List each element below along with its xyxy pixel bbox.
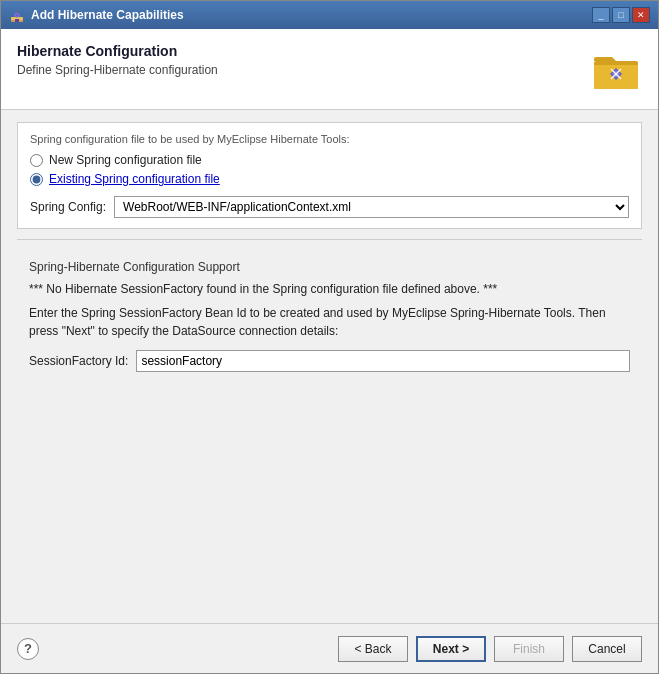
page-subtitle: Define Spring-Hibernate configuration <box>17 63 580 77</box>
support-title: Spring-Hibernate Configuration Support <box>29 260 630 274</box>
section-divider <box>17 239 642 240</box>
back-button[interactable]: < Back <box>338 636 408 662</box>
next-button[interactable]: Next > <box>416 636 486 662</box>
maximize-button[interactable]: □ <box>612 7 630 23</box>
radio-existing-spring[interactable]: Existing Spring configuration file <box>30 172 629 186</box>
header-section: Hibernate Configuration Define Spring-Hi… <box>1 29 658 110</box>
sf-label: SessionFactory Id: <box>29 354 128 368</box>
help-button[interactable]: ? <box>17 638 39 660</box>
title-bar-buttons: _ □ ✕ <box>592 7 650 23</box>
svg-rect-3 <box>15 19 19 22</box>
header-text: Hibernate Configuration Define Spring-Hi… <box>17 43 580 77</box>
config-row: Spring Config: WebRoot/WEB-INF/applicati… <box>30 196 629 218</box>
radio-new-spring[interactable]: New Spring configuration file <box>30 153 629 167</box>
finish-button[interactable]: Finish <box>494 636 564 662</box>
spacer <box>17 392 642 611</box>
support-section: Spring-Hibernate Configuration Support *… <box>17 250 642 382</box>
spring-config-select[interactable]: WebRoot/WEB-INF/applicationContext.xml <box>114 196 629 218</box>
radio-new-spring-input[interactable] <box>30 154 43 167</box>
sf-row: SessionFactory Id: <box>29 350 630 372</box>
window-title: Add Hibernate Capabilities <box>31 8 592 22</box>
footer: ? < Back Next > Finish Cancel <box>1 623 658 673</box>
window-icon <box>9 7 25 23</box>
spring-config-label: Spring configuration file to be used by … <box>30 133 629 145</box>
cancel-button[interactable]: Cancel <box>572 636 642 662</box>
page-title: Hibernate Configuration <box>17 43 580 59</box>
warning-text: *** No Hibernate SessionFactory found in… <box>29 282 630 296</box>
header-icon <box>590 43 642 95</box>
config-field-label: Spring Config: <box>30 200 106 214</box>
radio-new-spring-label: New Spring configuration file <box>49 153 202 167</box>
minimize-button[interactable]: _ <box>592 7 610 23</box>
sf-input[interactable] <box>136 350 630 372</box>
info-text: Enter the Spring SessionFactory Bean Id … <box>29 304 630 340</box>
main-window: Add Hibernate Capabilities _ □ ✕ Hiberna… <box>0 0 659 674</box>
close-button[interactable]: ✕ <box>632 7 650 23</box>
title-bar: Add Hibernate Capabilities _ □ ✕ <box>1 1 658 29</box>
radio-existing-spring-input[interactable] <box>30 173 43 186</box>
radio-existing-spring-label: Existing Spring configuration file <box>49 172 220 186</box>
spring-config-section: Spring configuration file to be used by … <box>17 122 642 229</box>
radio-group: New Spring configuration file Existing S… <box>30 153 629 186</box>
main-area: Spring configuration file to be used by … <box>1 110 658 623</box>
